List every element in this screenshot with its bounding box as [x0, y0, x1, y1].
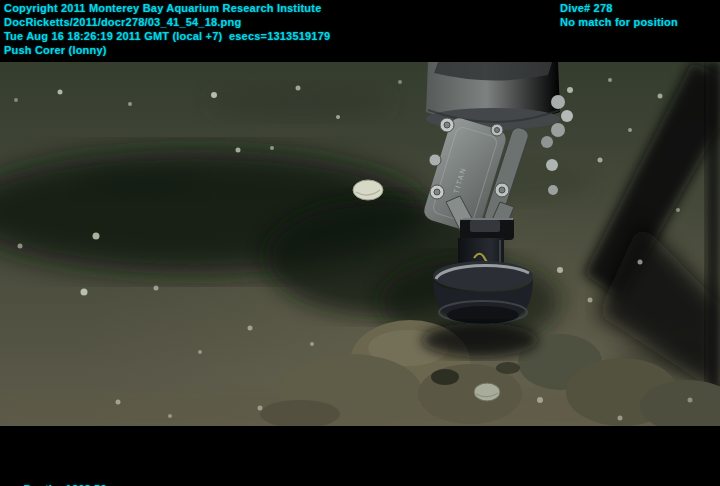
overlay-timestamp-line: Tue Aug 16 18:26:19 2011 GMT (local +7) … — [4, 29, 330, 43]
core-site-shell — [474, 383, 500, 401]
telemetry-line: Depth= 1263.59 m Temp= 3.047 C Sal= 34.4… — [4, 468, 129, 486]
clam-shell — [353, 180, 383, 200]
bottom-overlay-band: Depth= 1263.59 m Temp= 3.047 C Sal= 34.4… — [0, 426, 720, 486]
top-overlay-band: Copyright 2011 Monterey Bay Aquarium Res… — [0, 0, 720, 62]
rov-video-screen: TITAN — [0, 0, 720, 486]
video-frame: TITAN — [0, 62, 720, 426]
seafloor-scene: TITAN — [0, 62, 720, 426]
overlay-position-status: No match for position — [560, 15, 678, 29]
overlay-activity-line: Push Corer (lonny) — [4, 43, 107, 57]
corer-handle — [460, 218, 514, 240]
overlay-copyright-line: Copyright 2011 Monterey Bay Aquarium Res… — [4, 1, 321, 15]
corer-ground-shadow — [422, 323, 538, 357]
overlay-dive-number: Dive# 278 — [560, 1, 613, 15]
corer-flange — [433, 261, 533, 324]
overlay-filepath-line: DocRicketts/2011/docr278/03_41_54_18.png — [4, 15, 241, 29]
